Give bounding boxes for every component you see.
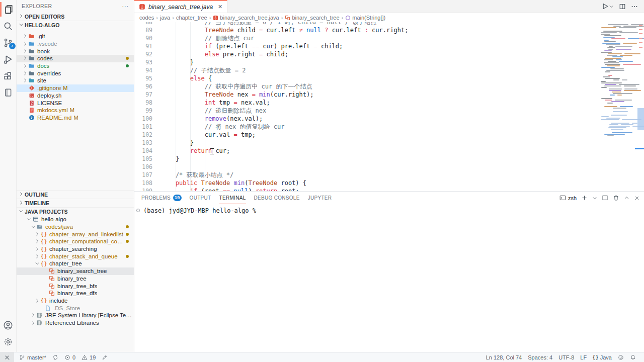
account-icon[interactable]	[0, 317, 17, 333]
tree-item[interactable]: JRE System Library [Eclipse Temurin 17 […	[17, 312, 134, 319]
tree-item[interactable]: binary_search_tree	[17, 267, 134, 275]
minimap[interactable]	[600, 23, 637, 191]
status-item[interactable]: Spaces: 4	[525, 354, 555, 360]
tree-item[interactable]: hello-algo	[17, 216, 134, 223]
kill-terminal-icon[interactable]	[613, 195, 619, 201]
status-item[interactable]: Ln 128, Col 74	[483, 354, 525, 360]
file-row[interactable]: .git	[17, 33, 134, 40]
filedoc-icon	[45, 305, 51, 311]
run-debug-icon[interactable]	[0, 51, 17, 67]
breadcrumb-item[interactable]: main(String[]) ›	[345, 15, 385, 21]
file-row[interactable]: .gitignore M	[17, 84, 134, 92]
sidebar: EXPLORER ··· OPEN EDITORS HELLO-ALGO .gi…	[17, 0, 134, 352]
chevron-down-icon	[609, 4, 614, 9]
status-item[interactable]: 0	[61, 352, 78, 362]
scrollbar-accent[interactable]	[635, 148, 644, 149]
file-row[interactable]: .vscode	[17, 40, 134, 48]
chevron-down-icon	[19, 209, 24, 215]
panel-tab[interactable]: PROBLEMS 19	[141, 192, 182, 204]
tree-item[interactable]: { } chapter_stack_and_queue	[17, 252, 134, 260]
code-editor[interactable]: 88 // 当子结点数量 = 0 / 1 时, child = null / 该…	[134, 22, 644, 191]
status-item[interactable]: UTF-8	[555, 354, 577, 360]
file-row[interactable]: docs	[17, 62, 134, 70]
notebook-icon[interactable]	[0, 84, 17, 101]
tree-item[interactable]: { } chapter_array_and_linkedlist	[17, 230, 134, 238]
split-editor-icon[interactable]	[619, 3, 626, 10]
tab-binary-search-tree[interactable]: binary_search_tree.java ✕	[134, 0, 227, 13]
tree-item[interactable]: { } chapter_computational_complexity	[17, 238, 134, 245]
terminal[interactable]: (base) jyd@JYD-MBP hello-algo %	[134, 204, 644, 352]
tree-item[interactable]: binary_tree_bfs	[17, 282, 134, 290]
section-outline[interactable]: OUTLINE	[17, 190, 134, 199]
explorer-file-tree: .git .vscode book	[17, 33, 134, 121]
explorer-icon[interactable]	[0, 1, 17, 18]
chevron-down-icon[interactable]	[592, 196, 597, 201]
search-icon[interactable]	[0, 18, 17, 34]
breadcrumb-item[interactable]: chapter_tree ›	[176, 15, 213, 21]
folder-icon	[29, 77, 35, 83]
panel-tab[interactable]: TERMINAL	[219, 192, 246, 204]
editor-actions	[601, 0, 644, 13]
file-row[interactable]: README.md M	[17, 114, 134, 122]
close-panel-icon[interactable]	[634, 195, 640, 201]
chevron-right-icon	[22, 63, 29, 68]
tree-item[interactable]: Referenced Libraries	[17, 319, 134, 327]
file-row[interactable]: book	[17, 47, 134, 55]
status-item[interactable]: LF	[577, 354, 590, 360]
file-row[interactable]: codes	[17, 55, 134, 62]
breadcrumb-item[interactable]: binary_search_tree.java ›	[213, 15, 285, 21]
tree-item[interactable]: { } include	[17, 297, 134, 305]
activity-bar: 7	[0, 0, 17, 352]
source-control-icon[interactable]: 7	[0, 34, 17, 51]
breadcrumb-item[interactable]: codes ›	[139, 15, 160, 21]
more-actions-icon[interactable]	[631, 3, 638, 10]
status-item[interactable]	[0, 352, 14, 362]
status-item[interactable]: { } Java	[590, 354, 615, 360]
file-row[interactable]: mkdocs.yml M	[17, 107, 134, 114]
status-item[interactable]: master*	[16, 352, 49, 362]
file-row[interactable]: deploy.sh	[17, 92, 134, 100]
shfile-icon	[29, 93, 35, 99]
panel-tab[interactable]: JUPYTER	[308, 192, 332, 204]
chevron-right-icon	[34, 298, 41, 303]
status-item[interactable]	[627, 354, 639, 360]
tree-item[interactable]: codes/java	[17, 223, 134, 231]
section-timeline[interactable]: TIMELINE	[17, 199, 134, 207]
split-terminal-icon[interactable]	[602, 195, 608, 201]
status-item-label: 19	[90, 354, 96, 360]
git-status-badge: M	[73, 115, 78, 121]
tree-item[interactable]: { } chapter_tree	[17, 260, 134, 267]
maximize-panel-icon[interactable]	[624, 195, 629, 201]
status-item[interactable]	[49, 352, 61, 362]
terminal-picker[interactable]: zsh	[559, 195, 577, 201]
file-label: LICENSE	[37, 100, 62, 106]
section-open-editors[interactable]: OPEN EDITORS	[17, 12, 134, 21]
file-row[interactable]: overrides	[17, 69, 134, 77]
modified-dot	[126, 57, 129, 60]
file-row[interactable]: site	[17, 77, 134, 84]
git-status-badge: M	[70, 107, 74, 113]
tree-item[interactable]: binary_tree	[17, 275, 134, 283]
panel-tab[interactable]: DEBUG CONSOLE	[254, 192, 300, 204]
breadcrumb-item[interactable]: binary_search_tree ›	[285, 15, 345, 21]
new-terminal-icon[interactable]	[581, 195, 588, 201]
close-icon[interactable]: ✕	[218, 4, 222, 10]
breadcrumb-item[interactable]: java ›	[160, 15, 176, 21]
status-item[interactable]	[615, 354, 627, 360]
status-item[interactable]	[99, 352, 111, 362]
tree-item[interactable]: .DS_Store	[17, 304, 134, 312]
tree-item[interactable]: binary_tree_dfs	[17, 290, 134, 297]
file-label: book	[37, 48, 50, 54]
tree-item[interactable]: { } chapter_searching	[17, 245, 134, 253]
more-actions-icon[interactable]: ···	[122, 3, 129, 9]
extensions-icon[interactable]	[0, 67, 17, 84]
section-java-projects[interactable]: JAVA PROJECTS	[17, 207, 134, 216]
panel-tab[interactable]: OUTPUT	[190, 192, 211, 204]
run-button[interactable]	[601, 3, 614, 10]
mdfile-icon	[29, 115, 35, 121]
section-root-folder[interactable]: HELLO-ALGO	[17, 21, 134, 29]
status-item[interactable]: 19	[78, 352, 99, 362]
file-row[interactable]: LICENSE	[17, 99, 134, 107]
gear-icon[interactable]	[0, 333, 17, 350]
mouse-ibeam-cursor	[210, 148, 214, 154]
